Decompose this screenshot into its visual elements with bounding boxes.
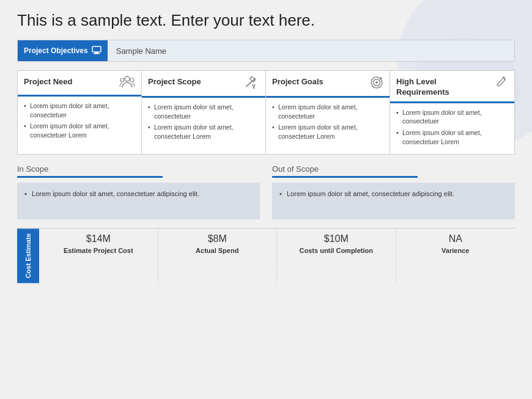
- cost-value-0: $14M: [45, 233, 152, 244]
- svg-rect-1: [95, 52, 98, 53]
- cost-value-1: $8M: [164, 233, 271, 244]
- scope-row: In Scope Lorem ipsum dolor sit amet, con…: [17, 164, 515, 219]
- objectives-bar: Project Objectives Sample Name: [17, 40, 515, 62]
- svg-point-12: [375, 81, 378, 84]
- cost-value-3: NA: [402, 233, 509, 244]
- card-project-need: Project Need Lorem ipsum dolor sit amet,…: [18, 71, 142, 154]
- cost-estimate-label: Cost Estimate: [17, 229, 39, 283]
- list-item: Lorem ipsum dolor sit amet, consectetuer…: [24, 122, 135, 139]
- cost-cell-1: $8M Actual Spend: [158, 229, 278, 283]
- in-scope-content: Lorem ipsum dolor sit amet, consectetuer…: [17, 183, 260, 219]
- target-icon: [370, 76, 383, 92]
- card-header-req: High Level Requirements: [390, 71, 514, 103]
- out-scope-title: Out of Scope: [272, 164, 515, 174]
- cost-cell-3: NA Varience: [396, 229, 515, 283]
- people-icon: [119, 76, 135, 91]
- cost-desc-0: Estimate Project Cost: [45, 247, 152, 254]
- card-body-scope: Lorem ipsum dolor sit amet, consectetuer…: [142, 98, 265, 148]
- card-header-scope: Project Scope: [142, 71, 265, 98]
- card-header-need: Project Need: [18, 71, 141, 97]
- card-header-goals: Project Goals: [266, 71, 390, 98]
- list-item: Lorem ipsum dolor sit amet, consectetuer…: [148, 123, 259, 141]
- svg-rect-2: [94, 53, 100, 54]
- card-project-goals: Project Goals Lorem ipsum dolor sit amet…: [266, 71, 390, 154]
- list-item: Lorem ipsum dolor sit amet, consectetuer: [24, 101, 135, 119]
- out-scope-bullet: Lorem ipsum dolor sit amet, consectetuer…: [279, 189, 508, 199]
- cost-desc-1: Actual Spend: [164, 247, 271, 254]
- cost-value-2: $10M: [283, 233, 390, 244]
- svg-point-4: [120, 78, 124, 82]
- card-body-need: Lorem ipsum dolor sit amet, consectetuer…: [18, 97, 141, 147]
- out-scope-content: Lorem ipsum dolor sit amet, consectetuer…: [272, 183, 515, 219]
- svg-rect-0: [92, 46, 101, 52]
- in-scope-section: In Scope Lorem ipsum dolor sit amet, con…: [17, 164, 260, 219]
- objectives-label: Project Objectives: [18, 40, 108, 61]
- svg-point-3: [125, 76, 130, 81]
- cost-cell-2: $10M Costs until Completion: [277, 229, 396, 283]
- wrench-icon: [495, 76, 508, 92]
- svg-point-5: [130, 78, 134, 82]
- cost-cell-0: $14M Estimate Project Cost: [39, 229, 158, 283]
- svg-rect-7: [249, 76, 255, 82]
- list-item: Lorem ipsum dolor sit amet, consectetuer…: [272, 123, 383, 141]
- card-body-goals: Lorem ipsum dolor sit amet, consectetuer…: [266, 98, 390, 148]
- list-item: Lorem ipsum dolor sit amet, consectetuer: [396, 108, 508, 126]
- cards-row: Project Need Lorem ipsum dolor sit amet,…: [17, 70, 515, 155]
- objectives-name: Sample Name: [108, 46, 175, 56]
- telescope-icon: [245, 76, 259, 92]
- card-project-scope: Project Scope Lorem ipsum dolor sit amet…: [142, 71, 266, 154]
- cost-desc-2: Costs until Completion: [283, 247, 390, 254]
- in-scope-title: In Scope: [17, 164, 260, 174]
- cost-desc-3: Varience: [402, 247, 509, 254]
- list-item: Lorem ipsum dolor sit amet, consectetuer: [148, 103, 259, 120]
- in-scope-bullet: Lorem ipsum dolor sit amet, consectetuer…: [24, 189, 253, 199]
- list-item: Lorem ipsum dolor sit amet, consectetuer: [272, 103, 383, 120]
- page-title: This is a sample text. Enter your text h…: [17, 11, 515, 30]
- list-item: Lorem ipsum dolor sit amet, consectetuer…: [396, 128, 508, 146]
- monitor-icon: [92, 46, 102, 56]
- cost-estimate-row: Cost Estimate $14M Estimate Project Cost…: [17, 228, 515, 283]
- cost-data-grid: $14M Estimate Project Cost $8M Actual Sp…: [39, 229, 515, 283]
- out-scope-section: Out of Scope Lorem ipsum dolor sit amet,…: [272, 164, 515, 219]
- card-body-req: Lorem ipsum dolor sit amet, consectetuer…: [390, 103, 514, 154]
- in-scope-underline: [17, 176, 163, 178]
- card-high-level-req: High Level Requirements Lorem ipsum dolo…: [390, 71, 514, 154]
- out-scope-underline: [272, 176, 418, 178]
